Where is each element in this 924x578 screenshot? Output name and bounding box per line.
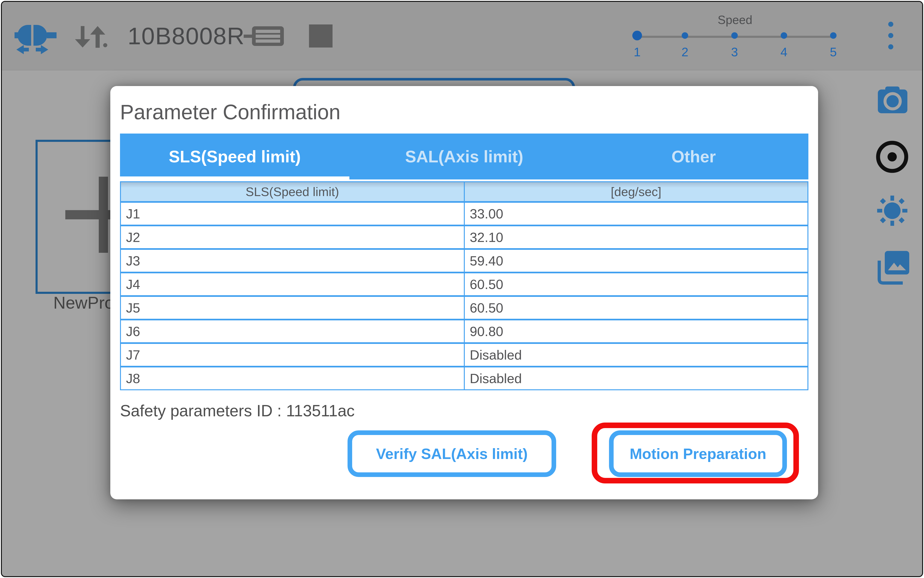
table-row: J4 60.50 (120, 273, 808, 296)
joint-value: 33.00 (464, 202, 808, 226)
parameter-confirmation-dialog: Parameter Confirmation SLS(Speed limit) … (110, 86, 818, 499)
joint-value: 90.80 (464, 320, 808, 343)
speed-level-5[interactable]: 5 (820, 45, 847, 59)
speed-level-3[interactable]: 3 (721, 45, 748, 59)
tab-sls-speed-limit[interactable]: SLS(Speed limit) (120, 133, 350, 179)
swap-vertical-icon[interactable] (75, 26, 108, 48)
tab-other[interactable]: Other (579, 133, 808, 179)
joint-value: 59.40 (464, 249, 808, 273)
speed-level-2[interactable]: 2 (671, 45, 699, 59)
joint-value: 60.50 (464, 273, 808, 296)
column-header-unit: [deg/sec] (464, 182, 808, 202)
table-row: J1 33.00 (120, 202, 808, 226)
gallery-icon[interactable] (877, 251, 909, 285)
joint-label: J1 (120, 202, 464, 226)
camera-icon[interactable] (878, 86, 908, 113)
joint-label: J3 (120, 249, 464, 273)
table-row: J2 32.10 (120, 226, 808, 249)
speed-dot-3[interactable] (731, 32, 738, 39)
joint-label: J8 (120, 367, 464, 390)
joint-label: J4 (120, 273, 464, 296)
joint-label: J5 (120, 296, 464, 320)
parameter-table: SLS(Speed limit) [deg/sec] J1 33.00 J2 3… (120, 181, 808, 390)
speed-dot-1[interactable] (632, 31, 642, 41)
speed-label: Speed (707, 13, 763, 27)
active-tab-underline (120, 177, 350, 179)
joint-label: J2 (120, 226, 464, 249)
column-header-sls: SLS(Speed limit) (120, 182, 464, 202)
verify-sal-button[interactable]: Verify SAL(Axis limit) (348, 430, 556, 477)
tab-label: SLS(Speed limit) (169, 147, 301, 166)
safety-parameters-id: Safety parameters ID : 113511ac (120, 401, 355, 420)
dialog-tab-bar: SLS(Speed limit) SAL(Axis limit) Other (120, 133, 808, 179)
log-list-icon[interactable] (244, 26, 284, 46)
tab-label: Other (672, 147, 716, 166)
motion-preparation-button[interactable]: Motion Preparation (609, 430, 787, 477)
screenshot-root: 10B8008R Speed 1 2 3 4 5 (0, 0, 924, 578)
tab-sal-axis-limit[interactable]: SAL(Axis limit) (350, 133, 579, 179)
table-row: J5 60.50 (120, 296, 808, 320)
table-row: J8 Disabled (120, 367, 808, 390)
joint-value: Disabled (464, 343, 808, 367)
table-row: J3 59.40 (120, 249, 808, 273)
top-bar: 10B8008R Speed 1 2 3 4 5 (2, 2, 922, 70)
speed-dot-4[interactable] (781, 32, 787, 39)
tab-label: SAL(Axis limit) (405, 147, 523, 166)
speed-dot-5[interactable] (830, 32, 836, 39)
screen-frame: 10B8008R Speed 1 2 3 4 5 (1, 1, 923, 577)
project-name-label: NewPro (53, 293, 110, 313)
record-icon[interactable] (876, 141, 908, 173)
joint-value: 60.50 (464, 296, 808, 320)
table-header-row: SLS(Speed limit) [deg/sec] (120, 182, 808, 202)
table-row: J6 90.80 (120, 320, 808, 343)
speed-level-1[interactable]: 1 (623, 45, 651, 59)
dialog-title: Parameter Confirmation (120, 100, 340, 124)
joint-label: J6 (120, 320, 464, 343)
motion-preparation-button-label: Motion Preparation (630, 445, 766, 463)
speed-dot-2[interactable] (682, 32, 688, 39)
joint-label: J7 (120, 343, 464, 367)
joint-value: Disabled (464, 367, 808, 390)
verify-sal-button-label: Verify SAL(Axis limit) (376, 445, 527, 463)
table-row: J7 Disabled (120, 343, 808, 367)
stop-icon[interactable] (309, 24, 332, 47)
brightness-icon[interactable] (877, 195, 908, 226)
overflow-menu-icon[interactable] (888, 21, 894, 50)
connector-icon[interactable] (15, 20, 57, 55)
joint-value: 32.10 (464, 226, 808, 249)
speed-level-4[interactable]: 4 (770, 45, 798, 59)
plus-icon (99, 177, 108, 253)
robot-id-label: 10B8008R (128, 24, 245, 48)
